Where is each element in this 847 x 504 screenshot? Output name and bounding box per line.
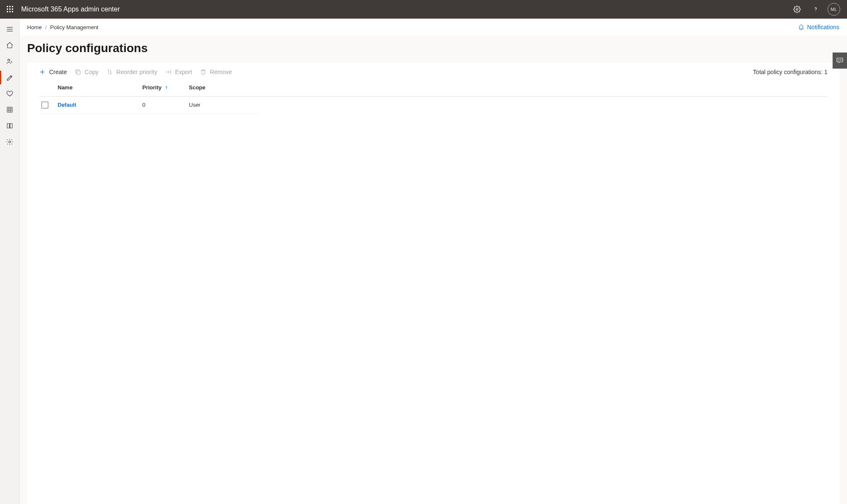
svg-rect-1 <box>9 6 11 7</box>
grid-icon <box>6 106 13 113</box>
create-label: Create <box>49 69 67 75</box>
nav-item-home[interactable] <box>0 37 19 53</box>
remove-button[interactable]: Remove <box>200 69 232 75</box>
row-priority: 0 <box>142 102 189 108</box>
table-header-row: Name Priority Scope <box>39 79 828 97</box>
delete-icon <box>200 69 207 75</box>
svg-rect-4 <box>9 8 11 10</box>
question-icon <box>812 6 819 13</box>
help-button[interactable] <box>806 0 825 19</box>
nav-item-servicing[interactable] <box>0 53 19 69</box>
column-header-priority[interactable]: Priority <box>142 84 189 91</box>
nav-item-customization[interactable] <box>0 69 19 86</box>
policy-table: Name Priority Scope Default 0 User <box>27 79 839 114</box>
nav-item-settings[interactable] <box>0 134 19 150</box>
column-header-name[interactable]: Name <box>58 84 142 91</box>
feedback-icon <box>836 57 844 64</box>
content-area: Home / Policy Management Notifications P… <box>19 19 847 504</box>
topbar: Microsoft 365 Apps admin center ML <box>0 0 847 19</box>
row-checkbox[interactable] <box>42 102 48 108</box>
nav-item-learn[interactable] <box>0 118 19 134</box>
customization-icon <box>6 74 14 81</box>
svg-rect-27 <box>77 71 80 74</box>
export-label: Export <box>175 69 192 75</box>
gear-icon <box>793 6 801 13</box>
nav-item-inventory[interactable] <box>0 102 19 118</box>
remove-label: Remove <box>210 69 232 75</box>
command-bar: Create Copy Reorder priority <box>27 63 839 79</box>
nav-toggle-button[interactable] <box>0 21 19 37</box>
app-launcher-button[interactable] <box>0 0 20 19</box>
row-scope: User <box>189 102 259 108</box>
svg-rect-5 <box>12 8 13 10</box>
total-label: Total policy configurations: <box>753 69 822 75</box>
svg-rect-3 <box>7 8 8 10</box>
policy-name-link[interactable]: Default <box>58 102 76 108</box>
copy-label: Copy <box>85 69 99 75</box>
svg-rect-2 <box>12 6 13 7</box>
notifications-label: Notifications <box>807 24 839 30</box>
breadcrumb-current: Policy Management <box>50 24 98 30</box>
copy-icon <box>75 69 81 75</box>
bell-icon <box>798 24 805 30</box>
svg-point-9 <box>796 8 798 11</box>
user-initials: ML <box>830 7 837 12</box>
page-title: Policy configurations <box>19 36 847 63</box>
svg-rect-15 <box>7 107 12 112</box>
book-icon <box>6 122 14 130</box>
svg-rect-0 <box>7 6 8 7</box>
svg-rect-7 <box>9 11 11 12</box>
nav-item-health[interactable] <box>0 86 19 102</box>
plus-icon <box>39 69 46 75</box>
svg-point-24 <box>841 60 841 61</box>
export-button[interactable]: Export <box>165 69 192 75</box>
user-avatar[interactable]: ML <box>828 3 840 16</box>
svg-point-14 <box>8 59 10 61</box>
feedback-button[interactable] <box>833 53 847 69</box>
table-row: Default 0 User <box>39 97 259 114</box>
people-icon <box>6 58 14 65</box>
subheader: Home / Policy Management Notifications <box>19 19 847 36</box>
copy-button[interactable]: Copy <box>75 69 99 75</box>
svg-rect-6 <box>7 11 8 12</box>
app-title: Microsoft 365 Apps admin center <box>21 6 120 13</box>
home-icon <box>6 42 14 49</box>
svg-point-23 <box>839 60 839 61</box>
reorder-button[interactable]: Reorder priority <box>106 69 157 75</box>
column-header-scope[interactable]: Scope <box>189 84 828 91</box>
settings-button[interactable] <box>788 0 806 19</box>
svg-rect-8 <box>12 11 13 12</box>
notifications-button[interactable]: Notifications <box>798 24 839 30</box>
side-nav <box>0 19 19 504</box>
sort-ascending-icon <box>164 85 169 90</box>
policy-card: Create Copy Reorder priority <box>27 63 839 504</box>
breadcrumb-home[interactable]: Home <box>27 24 42 30</box>
reorder-icon <box>106 69 113 75</box>
breadcrumb-separator: / <box>45 24 47 30</box>
svg-point-10 <box>815 11 816 11</box>
svg-point-21 <box>9 141 11 143</box>
reorder-label: Reorder priority <box>116 69 157 75</box>
hamburger-icon <box>6 25 14 33</box>
total-count-value: 1 <box>824 69 828 75</box>
gear-icon <box>6 138 14 146</box>
waffle-icon <box>7 6 14 13</box>
heart-icon <box>6 90 14 97</box>
export-icon <box>165 69 172 75</box>
svg-rect-22 <box>837 58 843 62</box>
total-configurations: Total policy configurations: 1 <box>753 69 828 75</box>
create-button[interactable]: Create <box>39 69 67 75</box>
